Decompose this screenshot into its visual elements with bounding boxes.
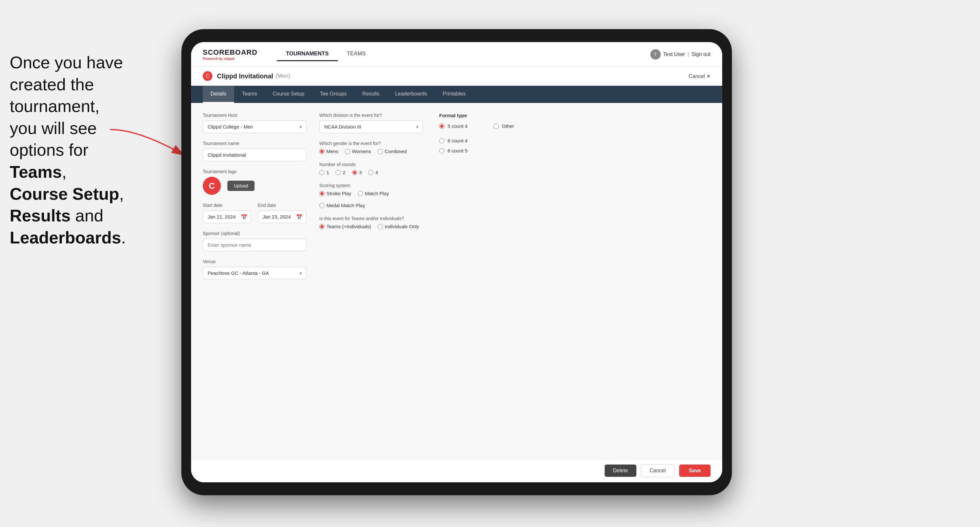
start-date-field: Start date 📅 xyxy=(203,203,251,223)
scoring-match-play-label: Match Play xyxy=(365,190,389,196)
start-date-icon: 📅 xyxy=(241,214,247,220)
tournament-name-field: Tournament name xyxy=(203,141,306,161)
scoring-stroke-play[interactable]: Stroke Play xyxy=(319,190,352,196)
gender-mens-label: Mens xyxy=(326,149,339,154)
end-date-field: End date 📅 xyxy=(258,203,306,223)
individuals-only-label: Individuals Only xyxy=(385,224,419,229)
dates-field: Start date 📅 End date 📅 xyxy=(203,203,306,223)
gender-field: Which gender is the event for? Mens Wome… xyxy=(319,141,423,154)
arrow-graphic xyxy=(107,126,191,171)
format-5count4-label: 5 count 4 xyxy=(447,123,468,129)
division-label: Which division is the event for? xyxy=(319,113,423,118)
logo-area: SCOREBOARD Powered by clippd xyxy=(203,48,258,60)
tournament-name-input[interactable] xyxy=(203,149,306,161)
tab-course-setup[interactable]: Course Setup xyxy=(265,86,312,103)
nav-tab-teams[interactable]: TEAMS xyxy=(338,47,375,61)
user-label: Test User xyxy=(663,51,685,57)
individuals-only[interactable]: Individuals Only xyxy=(378,224,419,229)
main-nav: TOURNAMENTS TEAMS xyxy=(277,47,650,61)
tab-details[interactable]: Details xyxy=(203,86,234,103)
bold-leaderboards: Leaderboards xyxy=(10,228,121,247)
tab-printables[interactable]: Printables xyxy=(435,86,474,103)
save-button[interactable]: Save xyxy=(679,465,711,477)
start-date-label: Start date xyxy=(203,203,251,208)
delete-button[interactable]: Delete xyxy=(605,465,636,477)
rounds-label: Number of rounds xyxy=(319,162,423,167)
tournament-name-label: Tournament name xyxy=(203,141,306,146)
tab-results[interactable]: Results xyxy=(355,86,387,103)
rounds-2-label: 2 xyxy=(343,170,345,175)
tab-teams[interactable]: Teams xyxy=(234,86,265,103)
sign-out-link[interactable]: Sign out xyxy=(692,51,711,57)
division-select-wrapper: NCAA Division III xyxy=(319,121,423,133)
gender-combined[interactable]: Combined xyxy=(378,149,407,154)
tournament-host-field: Tournament Host Clippd College - Men xyxy=(203,113,306,133)
gender-womens[interactable]: Womens xyxy=(345,149,371,154)
scoring-stroke-play-label: Stroke Play xyxy=(326,190,352,196)
tournament-logo-label: Tournament logo xyxy=(203,169,306,174)
sponsor-input[interactable] xyxy=(203,238,306,251)
upload-button[interactable]: Upload xyxy=(228,181,255,191)
scoring-radio-group: Stroke Play Match Play Medal Match Play xyxy=(319,190,423,208)
rounds-3[interactable]: 3 xyxy=(352,170,362,175)
tournament-bar: C Clippd Invitational (Men) Cancel ✕ xyxy=(191,67,722,86)
gender-mens[interactable]: Mens xyxy=(319,149,339,154)
cancel-bottom-button[interactable]: Cancel xyxy=(641,464,675,477)
rounds-4[interactable]: 4 xyxy=(368,170,378,175)
format-6count4[interactable]: 6 count 4 xyxy=(439,138,711,143)
rounds-3-label: 3 xyxy=(359,170,362,175)
form-col-left: Tournament Host Clippd College - Men Tou… xyxy=(203,113,319,449)
venue-field: Venue Peachtree GC - Atlanta - GA xyxy=(203,259,306,279)
venue-label: Venue xyxy=(203,259,306,264)
user-area: T Test User | Sign out xyxy=(650,49,711,60)
end-date-wrapper: 📅 xyxy=(258,210,306,223)
rounds-1[interactable]: 1 xyxy=(319,170,329,175)
tablet-device: SCOREBOARD Powered by clippd TOURNAMENTS… xyxy=(181,29,732,495)
format-6count5-label: 6 count 5 xyxy=(447,148,468,154)
sponsor-field: Sponsor (optional) xyxy=(203,231,306,251)
scoring-match-play[interactable]: Match Play xyxy=(358,190,389,196)
division-field: Which division is the event for? NCAA Di… xyxy=(319,113,423,133)
nav-tab-tournaments[interactable]: TOURNAMENTS xyxy=(277,47,338,61)
rounds-2[interactable]: 2 xyxy=(336,170,345,175)
back-button[interactable]: C xyxy=(203,71,212,81)
tab-leaderboards[interactable]: Leaderboards xyxy=(387,86,435,103)
format-other-label: Other xyxy=(502,123,514,129)
rounds-field: Number of rounds 1 2 xyxy=(319,162,423,175)
form-area: Tournament Host Clippd College - Men Tou… xyxy=(191,103,722,459)
bold-results: Results xyxy=(10,206,71,225)
section-tabs-bar: Details Teams Course Setup Tee Groups Re… xyxy=(191,86,722,103)
end-date-icon: 📅 xyxy=(296,214,302,220)
scoring-label: Scoring system xyxy=(319,183,423,188)
cancel-top-button[interactable]: Cancel ✕ xyxy=(689,73,711,79)
teams-individuals-label: Is this event for Teams and/or Individua… xyxy=(319,216,423,221)
logo-title: SCOREBOARD xyxy=(203,48,258,57)
main-content: Tournament Host Clippd College - Men Tou… xyxy=(191,103,722,483)
teams-plus-individuals[interactable]: Teams (+Individuals) xyxy=(319,224,371,229)
tournament-host-label: Tournament Host xyxy=(203,113,306,118)
end-date-label: End date xyxy=(258,203,306,208)
logo-upload-area: C Upload xyxy=(203,177,306,195)
start-date-wrapper: 📅 xyxy=(203,210,251,223)
scoring-medal-match-play[interactable]: Medal Match Play xyxy=(319,203,365,208)
teams-individuals-field: Is this event for Teams and/or Individua… xyxy=(319,216,423,229)
division-select[interactable]: NCAA Division III xyxy=(319,121,423,133)
gender-label: Which gender is the event for? xyxy=(319,141,423,146)
venue-select[interactable]: Peachtree GC - Atlanta - GA xyxy=(203,267,306,279)
venue-select-wrapper: Peachtree GC - Atlanta - GA xyxy=(203,267,306,279)
gender-womens-label: Womens xyxy=(352,149,371,154)
tournament-host-select[interactable]: Clippd College - Men xyxy=(203,121,306,133)
form-col-mid: Which division is the event for? NCAA Di… xyxy=(319,113,436,449)
tournament-title: Clippd Invitational xyxy=(217,73,273,80)
gender-combined-label: Combined xyxy=(385,149,407,154)
format-other[interactable]: Other xyxy=(493,123,514,129)
format-5count4[interactable]: 5 count 4 xyxy=(439,123,468,129)
tab-tee-groups[interactable]: Tee Groups xyxy=(312,86,355,103)
gender-radio-group: Mens Womens Combined xyxy=(319,149,423,154)
format-6count5[interactable]: 6 count 5 xyxy=(439,148,711,154)
date-row: Start date 📅 End date 📅 xyxy=(203,203,306,223)
app-header: SCOREBOARD Powered by clippd TOURNAMENTS… xyxy=(191,42,722,67)
rounds-4-label: 4 xyxy=(375,170,378,175)
scoring-medal-match-play-label: Medal Match Play xyxy=(326,203,365,208)
format-type-section: Format type 5 count 4 Other 6 count 4 6 … xyxy=(439,113,711,154)
